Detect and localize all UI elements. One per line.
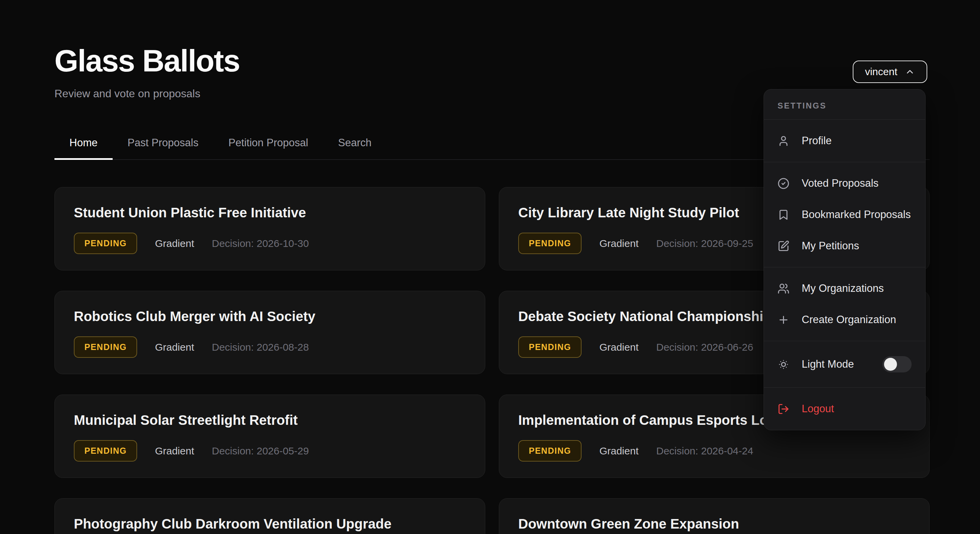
tab-search[interactable]: Search: [323, 129, 387, 159]
menu-item-label: Light Mode: [802, 358, 854, 370]
settings-section-label: SETTINGS: [778, 101, 827, 110]
decision-date: Decision: 2026-09-25: [656, 238, 753, 249]
proposal-meta: PENDING Gradient Decision: 2026-08-28: [74, 336, 466, 358]
menu-group-proposals: Voted Proposals Bookmarked Proposals My …: [764, 162, 925, 267]
menu-item-label: Create Organization: [802, 314, 896, 326]
page-title: Glass Ballots: [54, 43, 930, 79]
menu-item-label: Voted Proposals: [802, 177, 878, 189]
organization-name: Gradient: [599, 342, 638, 353]
menu-item-my-petitions[interactable]: My Petitions: [764, 230, 925, 262]
check-circle-icon: [778, 178, 789, 189]
menu-group-organizations: My Organizations Create Organization: [764, 267, 925, 341]
decision-date: Decision: 2026-05-29: [212, 445, 309, 457]
menu-item-profile[interactable]: Profile: [764, 125, 925, 156]
chevron-up-icon: [905, 67, 915, 77]
menu-item-label: Logout: [802, 403, 834, 415]
menu-item-bookmarked-proposals[interactable]: Bookmarked Proposals: [764, 199, 925, 230]
proposal-card[interactable]: Municipal Solar Streetlight Retrofit PEN…: [54, 394, 485, 478]
tab-home[interactable]: Home: [54, 129, 113, 159]
menu-item-logout[interactable]: Logout: [764, 393, 925, 424]
proposal-meta: PENDING Gradient Decision: 2026-10-30: [74, 233, 466, 254]
status-badge: PENDING: [74, 336, 137, 358]
edit-icon: [778, 240, 789, 252]
settings-dropdown: SETTINGS Profile Voted Proposals Bookmar…: [764, 89, 926, 430]
menu-group-profile: Profile: [764, 119, 925, 162]
organization-name: Gradient: [599, 445, 638, 457]
proposal-card[interactable]: Robotics Club Merger with AI Society PEN…: [54, 291, 485, 374]
decision-date: Decision: 2026-10-30: [212, 238, 309, 249]
status-badge: PENDING: [74, 233, 137, 254]
tab-petition-proposal[interactable]: Petition Proposal: [213, 129, 323, 159]
menu-item-create-organization[interactable]: Create Organization: [764, 304, 925, 335]
status-badge: PENDING: [518, 336, 582, 358]
status-badge: PENDING: [518, 440, 582, 462]
decision-date: Decision: 2026-06-26: [656, 342, 753, 353]
status-badge: PENDING: [74, 440, 137, 462]
menu-item-light-mode[interactable]: Light Mode: [764, 346, 925, 382]
proposal-card[interactable]: Downtown Green Zone Expansion: [499, 498, 930, 534]
bookmark-icon: [778, 209, 789, 221]
organization-name: Gradient: [155, 342, 194, 353]
user-menu-label: vincent: [865, 66, 897, 78]
user-icon: [778, 135, 789, 147]
proposal-meta: PENDING Gradient Decision: 2026-04-24: [518, 440, 910, 462]
logout-icon: [778, 403, 789, 415]
organization-name: Gradient: [599, 238, 638, 249]
proposal-card[interactable]: Student Union Plastic Free Initiative PE…: [54, 187, 485, 270]
proposal-card[interactable]: Photography Club Darkroom Ventilation Up…: [54, 498, 485, 534]
decision-date: Decision: 2026-08-28: [212, 342, 309, 353]
toggle-knob: [884, 358, 897, 371]
proposal-meta: PENDING Gradient Decision: 2026-05-29: [74, 440, 466, 462]
menu-item-label: My Organizations: [802, 282, 884, 294]
menu-item-label: Bookmarked Proposals: [802, 208, 911, 221]
proposal-title: Student Union Plastic Free Initiative: [74, 205, 466, 220]
proposal-title: Municipal Solar Streetlight Retrofit: [74, 413, 466, 428]
plus-icon: [778, 314, 789, 326]
tab-past-proposals[interactable]: Past Proposals: [113, 129, 214, 159]
menu-item-label: My Petitions: [802, 240, 859, 252]
light-mode-toggle[interactable]: [882, 356, 912, 372]
menu-item-voted-proposals[interactable]: Voted Proposals: [764, 168, 925, 199]
menu-group-appearance: Light Mode: [764, 341, 925, 388]
user-menu-button[interactable]: vincent: [853, 60, 927, 83]
status-badge: PENDING: [518, 233, 582, 254]
menu-item-label: Profile: [802, 135, 832, 147]
menu-group-logout: Logout: [764, 388, 925, 430]
menu-item-my-organizations[interactable]: My Organizations: [764, 273, 925, 304]
organization-name: Gradient: [155, 445, 194, 457]
proposal-title: Robotics Club Merger with AI Society: [74, 309, 466, 324]
settings-section-header: SETTINGS: [764, 89, 925, 119]
proposal-title: Downtown Green Zone Expansion: [518, 516, 910, 532]
users-icon: [778, 283, 789, 294]
organization-name: Gradient: [155, 238, 194, 249]
decision-date: Decision: 2026-04-24: [656, 445, 753, 457]
sun-icon: [778, 359, 789, 370]
proposal-title: Photography Club Darkroom Ventilation Up…: [74, 516, 466, 532]
